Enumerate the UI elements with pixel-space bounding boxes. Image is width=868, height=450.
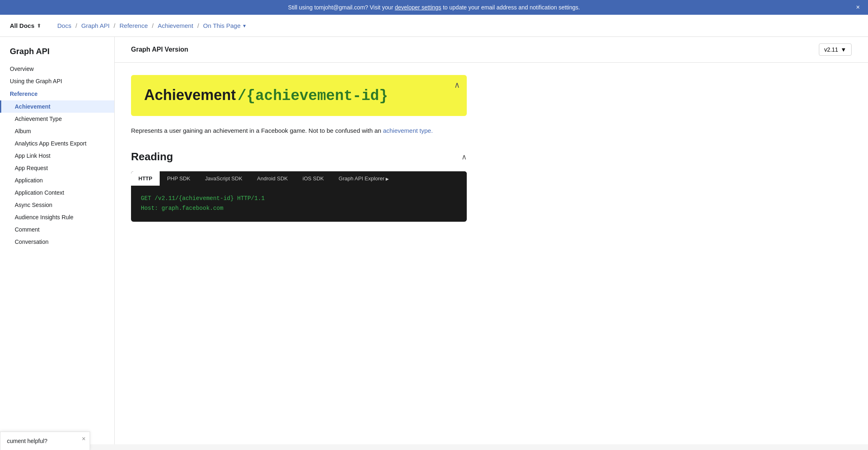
- on-this-page-label: On This Page: [203, 22, 240, 29]
- all-docs-chevron: ⬆: [37, 23, 41, 29]
- breadcrumb-sep-3: /: [152, 22, 154, 29]
- breadcrumb-sep-4: /: [197, 22, 199, 29]
- reading-section-title: Reading: [131, 150, 173, 163]
- sidebar-item-application-context[interactable]: Application Context: [0, 186, 114, 199]
- notification-bar: Still using tomjoht@gmail.com? Visit you…: [0, 0, 868, 15]
- breadcrumb-sep-2: /: [114, 22, 115, 29]
- sidebar-item-album[interactable]: Album: [0, 125, 114, 137]
- sdk-tabs: HTTP PHP SDK JavaScript SDK Android SDK …: [131, 171, 467, 186]
- sidebar-item-comment[interactable]: Comment: [0, 223, 114, 236]
- sdk-tab-graph-explorer[interactable]: Graph API Explorer: [331, 171, 396, 186]
- code-line-1: GET /v2.11/{achievement-id} HTTP/1.1: [141, 194, 457, 204]
- helpful-close-button[interactable]: ×: [82, 435, 86, 443]
- achievement-collapse-button[interactable]: ∧: [454, 80, 460, 90]
- version-dropdown-arrow: ▼: [841, 46, 846, 53]
- helpful-widget: × cument helpful?: [0, 432, 90, 444]
- helpful-text: cument helpful?: [7, 438, 47, 444]
- sidebar-item-audience-insights-rule[interactable]: Audience Insights Rule: [0, 211, 114, 223]
- sidebar-title: Graph API: [0, 47, 114, 63]
- notification-link[interactable]: developer settings: [395, 4, 441, 11]
- sidebar-item-app-link-host[interactable]: App Link Host: [0, 150, 114, 162]
- notification-text-after: to update your email address and notific…: [443, 4, 580, 11]
- main-content: Graph API Version v2.11 ▼ Achievement /{…: [115, 37, 868, 444]
- on-this-page-arrow: ▼: [242, 23, 247, 28]
- notification-text-before: Still using tomjoht@gmail.com? Visit you…: [288, 4, 393, 11]
- sidebar-item-overview[interactable]: Overview: [0, 63, 114, 75]
- sidebar-item-reference[interactable]: Reference: [0, 87, 114, 100]
- version-select-value: v2.11: [824, 46, 838, 53]
- sdk-tab-http[interactable]: HTTP: [131, 171, 160, 186]
- sdk-block: HTTP PHP SDK JavaScript SDK Android SDK …: [131, 171, 467, 222]
- sidebar-item-conversation[interactable]: Conversation: [0, 236, 114, 248]
- sidebar-item-achievement-type[interactable]: Achievement Type: [0, 113, 114, 125]
- main-layout: Graph API Overview Using the Graph API R…: [0, 37, 868, 444]
- sidebar-item-analytics-app-events-export[interactable]: Analytics App Events Export: [0, 137, 114, 150]
- breadcrumb-docs[interactable]: Docs: [57, 22, 71, 29]
- code-line-2: Host: graph.facebook.com: [141, 204, 457, 214]
- breadcrumb: Docs / Graph API / Reference / Achieveme…: [57, 22, 246, 29]
- sdk-tab-ios[interactable]: iOS SDK: [295, 171, 331, 186]
- reading-section-header: Reading ∧: [131, 150, 467, 163]
- sidebar: Graph API Overview Using the Graph API R…: [0, 37, 115, 444]
- version-bar-title: Graph API Version: [131, 46, 188, 53]
- all-docs-button[interactable]: All Docs ⬆: [10, 22, 41, 29]
- sdk-tab-android[interactable]: Android SDK: [250, 171, 295, 186]
- description-link[interactable]: achievement type.: [383, 127, 433, 134]
- achievement-header-title: Achievement: [144, 86, 236, 103]
- sdk-tab-javascript[interactable]: JavaScript SDK: [198, 171, 250, 186]
- version-select-button[interactable]: v2.11 ▼: [819, 43, 852, 56]
- description-text-main: Represents a user gaining an achievement…: [131, 127, 381, 134]
- achievement-header-code: /{achievement-id}: [237, 88, 388, 105]
- sidebar-item-async-session[interactable]: Async Session: [0, 199, 114, 211]
- sidebar-item-using-graph-api[interactable]: Using the Graph API: [0, 75, 114, 87]
- sidebar-item-achievement[interactable]: Achievement: [0, 100, 114, 113]
- top-nav: All Docs ⬆ Docs / Graph API / Reference …: [0, 15, 868, 37]
- sdk-tab-php[interactable]: PHP SDK: [160, 171, 198, 186]
- sidebar-item-application[interactable]: Application: [0, 174, 114, 186]
- breadcrumb-graph-api[interactable]: Graph API: [81, 22, 109, 29]
- version-bar: Graph API Version v2.11 ▼: [115, 37, 868, 63]
- all-docs-label: All Docs: [10, 22, 34, 29]
- achievement-header-content: Achievement /{achievement-id}: [144, 86, 388, 105]
- sidebar-item-app-request[interactable]: App Request: [0, 162, 114, 174]
- reading-collapse-button[interactable]: ∧: [461, 152, 467, 161]
- code-block: GET /v2.11/{achievement-id} HTTP/1.1 Hos…: [131, 186, 467, 222]
- breadcrumb-reference[interactable]: Reference: [120, 22, 148, 29]
- achievement-header-box: Achievement /{achievement-id} ∧: [131, 75, 467, 116]
- content-area: Achievement /{achievement-id} ∧ Represen…: [115, 63, 483, 234]
- on-this-page-button[interactable]: On This Page ▼: [203, 22, 246, 29]
- breadcrumb-sep-1: /: [75, 22, 77, 29]
- breadcrumb-achievement[interactable]: Achievement: [158, 22, 193, 29]
- achievement-description: Represents a user gaining an achievement…: [131, 126, 467, 136]
- notification-close-button[interactable]: ×: [856, 4, 860, 11]
